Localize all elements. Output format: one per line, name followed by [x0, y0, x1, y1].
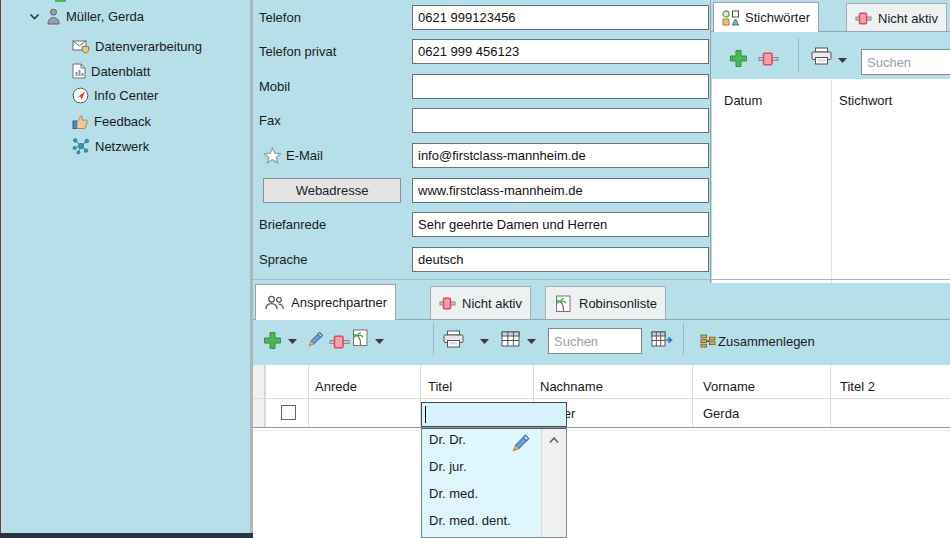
dropdown-item[interactable]: Dr. med. — [429, 481, 478, 507]
dropdown-item[interactable]: Dr. med. vet. — [429, 529, 503, 538]
cell-vorname[interactable]: Gerda — [703, 406, 739, 421]
tab-ansprechpartner[interactable]: Ansprechpartner — [255, 284, 396, 320]
column-header-titel2[interactable]: Titel 2 — [840, 379, 875, 394]
tree-item-label: Info Center — [94, 88, 158, 103]
tab-nicht-aktiv-contacts[interactable]: Nicht aktiv — [430, 286, 531, 320]
merge-icon[interactable] — [700, 334, 716, 348]
add-keyword-button[interactable] — [729, 49, 748, 68]
column-header-datum[interactable]: Datum — [724, 93, 762, 108]
dropdown-item[interactable]: Dr. jur. — [429, 454, 467, 480]
briefanrede-field[interactable] — [412, 212, 709, 237]
tree-item-label: Feedback — [94, 114, 151, 129]
row-selector-column[interactable] — [253, 365, 265, 427]
pencil-icon[interactable] — [508, 432, 532, 456]
tree-item-label: Datenverarbeitung — [95, 39, 202, 54]
tree-item-label: Müller, Gerda — [66, 9, 144, 24]
contacts-search-input[interactable] — [548, 328, 642, 354]
dropdown-scrollbar[interactable] — [541, 429, 566, 538]
section-divider — [253, 279, 950, 280]
tree-item-mueller-gerda[interactable]: Müller, Gerda — [28, 6, 144, 26]
sidebar-tree: Müller, Gerda Datenverarbeitung Datenbla… — [0, 0, 250, 538]
people-icon — [264, 295, 285, 310]
pencil-icon[interactable] — [305, 330, 325, 350]
tree-item-label: Netzwerk — [95, 139, 149, 154]
grid-view-button[interactable] — [501, 331, 520, 347]
tab-stichwoerter[interactable]: Stichwörter — [713, 2, 819, 32]
person-icon — [46, 8, 61, 25]
tree-item-datenverarbeitung[interactable]: Datenverarbeitung — [72, 36, 202, 56]
keywords-panel: Stichwörter Nicht aktiv Datum Stichwort — [710, 0, 950, 283]
tab-label: Ansprechpartner — [291, 295, 387, 310]
print-button[interactable] — [811, 47, 832, 65]
toolbar-separator — [798, 38, 799, 72]
webadresse-field[interactable] — [412, 178, 709, 203]
tree-item-label: Datenblatt — [91, 64, 150, 79]
keywords-search-input[interactable] — [861, 49, 950, 75]
star-icon[interactable] — [263, 147, 282, 165]
tab-robinsonliste[interactable]: Robinsonliste — [545, 286, 666, 320]
column-header-stichwort[interactable]: Stichwort — [839, 93, 892, 108]
document-chart-icon — [72, 63, 86, 79]
envelope-shield-icon — [72, 39, 90, 54]
contacts-panel: Ansprechpartner Nicht aktiv Robinsonlist… — [253, 283, 950, 538]
tree-item-feedback[interactable]: Feedback — [72, 111, 151, 131]
tree-item-netzwerk[interactable]: Netzwerk — [72, 136, 149, 156]
row-border-light — [253, 430, 950, 431]
connector-icon — [439, 297, 456, 310]
keywords-list[interactable]: Datum Stichwort — [712, 79, 950, 283]
caret-down-icon[interactable] — [527, 339, 536, 344]
header-border — [253, 398, 950, 399]
caret-down-icon[interactable] — [838, 58, 847, 63]
webadresse-button[interactable]: Webadresse — [263, 178, 401, 203]
telefon-privat-field[interactable] — [412, 39, 709, 64]
contact-form: Telefon Telefon privat Mobil Fax E-Mail … — [253, 0, 710, 283]
column-header-nachname[interactable]: Nachname — [540, 379, 603, 394]
row-checkbox[interactable] — [281, 405, 296, 420]
thumbs-up-icon — [72, 113, 89, 130]
column-header-anrede[interactable]: Anrede — [315, 379, 357, 394]
shapes-icon — [722, 10, 739, 26]
mobil-field[interactable] — [412, 74, 709, 99]
scroll-up-icon — [549, 437, 559, 443]
clipped-item-fragment — [55, 0, 66, 2]
network-icon — [72, 137, 90, 155]
print-button[interactable] — [443, 330, 464, 348]
field-label-sprache: Sprache — [259, 252, 307, 267]
email-field[interactable] — [412, 143, 709, 168]
fax-field[interactable] — [412, 108, 709, 133]
column-header-titel[interactable]: Titel — [428, 379, 452, 394]
caret-down-icon[interactable] — [288, 339, 297, 344]
column-header-vorname[interactable]: Vorname — [703, 379, 755, 394]
sidebar-footer-bar — [0, 533, 253, 538]
app-window: Müller, Gerda Datenverarbeitung Datenbla… — [0, 0, 950, 538]
deactivate-keyword-button[interactable] — [758, 52, 779, 66]
toolbar-separator — [683, 323, 684, 355]
tab-nicht-aktiv-keywords[interactable]: Nicht aktiv — [846, 3, 947, 32]
deactivate-contact-button[interactable] — [329, 335, 350, 349]
tree-item-info-center[interactable]: Info Center — [72, 85, 158, 105]
tree-item-datenblatt[interactable]: Datenblatt — [72, 61, 150, 81]
compass-icon — [72, 87, 89, 104]
row-border — [253, 427, 950, 428]
field-label-email: E-Mail — [286, 148, 323, 163]
merge-button[interactable]: Zusammenlegen — [718, 334, 815, 349]
telefon-field[interactable] — [412, 5, 709, 30]
column-divider — [831, 79, 832, 283]
titel-dropdown-list[interactable]: Dr. Dr. Dr. jur. Dr. med. Dr. med. dent.… — [421, 428, 567, 538]
titel-edit-cell[interactable] — [421, 402, 567, 427]
add-contact-button[interactable] — [263, 331, 282, 350]
field-label-briefanrede: Briefanrede — [259, 217, 326, 232]
sprache-field[interactable] — [412, 247, 709, 272]
robinson-button[interactable] — [351, 329, 370, 347]
chevron-down-icon[interactable] — [28, 10, 41, 23]
export-grid-icon[interactable] — [651, 331, 673, 347]
palm-document-icon — [554, 295, 573, 313]
dropdown-item[interactable]: Dr. Dr. — [429, 428, 466, 453]
window-edge-highlight — [1, 0, 4, 538]
caret-down-icon[interactable] — [480, 339, 489, 344]
contacts-table: Anrede Titel Nachname Vorname Titel 2 Mü… — [253, 365, 950, 538]
field-label-telefon: Telefon — [259, 10, 301, 25]
text-cursor — [425, 406, 426, 423]
caret-down-icon[interactable] — [375, 339, 384, 344]
tab-label: Nicht aktiv — [878, 11, 938, 26]
